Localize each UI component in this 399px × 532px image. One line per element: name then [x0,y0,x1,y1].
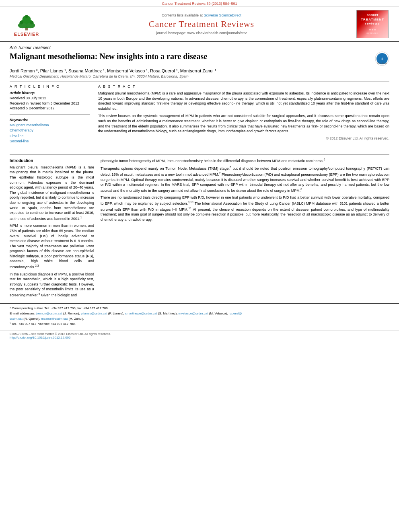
section-divider-1 [10,82,389,82]
body-left-column: Introduction Malignant pleural mesotheli… [10,158,94,300]
main-body: Introduction Malignant pleural mesotheli… [0,158,399,300]
journal-thumbnail-area: cancer TREATMENT reviews ■ ■ ■ ELSEVIER [356,10,393,38]
sup-5: 5 [324,158,325,161]
intro-left-p2: MPM is more common in men than in women,… [10,223,94,269]
info-col-divider [10,114,90,115]
article-category: Anti-Tumour Treatment [10,45,389,50]
intro-left-p1: Malignant pleural mesothelioma (MPM) is … [10,165,94,222]
elsevier-logo-area: ELSEVIER [6,12,47,37]
svg-point-6 [30,21,34,25]
sup-6: 6 [230,166,231,168]
sup-1: 1 [80,216,82,219]
article-affiliation: Medical Oncology Department, Hospital de… [10,74,389,78]
keyword-link-3[interactable]: First-line [10,134,24,138]
footnotes-area: * Corresponding author. Tel.: +34 937 41… [0,303,399,329]
intro-left-p3: In the suspicious diagnosis of MPM, a po… [10,272,94,298]
email-smartinepe[interactable]: smartinepe@csdm.cat [125,312,157,315]
elsevier-tree-icon [12,12,41,32]
crossmark-icon: + CrossMark [375,51,389,66]
sup-4: 4 [39,292,40,295]
email-footnote-2: csdm.cat (R. Querol), mzanui@csdm.cat (M… [10,316,389,321]
article-title: Malignant mesothelioma: New insights int… [10,51,371,61]
abstract-paragraph-1: Malignant pleural mesothelioma (MPM) is … [98,91,389,111]
section-divider-2 [10,154,389,154]
doi-line: http://dx.doi.org/10.1016/j.ctrv.2012.12… [10,336,389,339]
intro-right-p2: Therapeutic options depend mainly on Tum… [101,165,389,193]
sup-9-10: 9,10 [188,201,193,203]
sup-7: 7 [219,172,221,175]
intro-right-p1: phenotypic tumor heterogeneity of MPM, i… [101,158,389,164]
doi-link[interactable]: http://dx.doi.org/10.1016/j.ctrv.2012.12… [10,336,71,339]
sup-2-3: 2,3 [35,264,39,267]
sup-8: 8 [300,188,302,191]
keyword-2: Chemotherapy [10,128,90,134]
journal-header: ELSEVIER Contents lists available at Sci… [0,7,399,42]
article-info-column: A R T I C L E I N F O Article history: R… [10,84,90,144]
revised-date: Received in revised form 3 December 2012 [10,101,90,106]
keyword-3: First-line [10,134,90,139]
accepted-date: Accepted 5 December 2012 [10,106,90,111]
journal-cover-thumbnail: cancer TREATMENT reviews ■ ■ ■ ELSEVIER [356,10,389,38]
svg-text:CrossMark: CrossMark [377,62,387,64]
email-rquerol[interactable]: rquerol@ [229,312,242,315]
history-label: Article history: [10,91,90,95]
email-plianes[interactable]: plianes@csdm.cat [81,312,107,315]
abstract-title: A B S T R A C T [98,84,389,88]
article-title-area: Malignant mesothelioma: New insights int… [10,51,389,66]
sciverse-line: Contents lists available at SciVerse Sci… [47,13,356,17]
bottom-strip: 0305-7372/$ – see front matter © 2012 El… [0,330,399,341]
intro-right-p3: There are no randomized trials directly … [101,195,389,222]
received-date: Received 30 July 2012 [10,96,90,101]
email-csdm[interactable]: csdm.cat [10,317,23,320]
corresponding-author-footnote: * Corresponding author. Tel.: +34 937 41… [10,306,389,310]
article-authors: Jordi Remon *, Pilar Lianes ¹, Susana Ma… [10,68,389,73]
svg-text:+: + [380,56,383,62]
keyword-link-2[interactable]: Chemotherapy [10,128,33,132]
svg-point-5 [20,21,23,25]
keyword-link-1[interactable]: Malignant mesothelioma [10,123,49,127]
abstract-column: A B S T R A C T Malignant pleural mesoth… [98,84,389,144]
article-content: Anti-Tumour Treatment Malignant mesothel… [0,42,399,154]
article-history: Article history: Received 30 July 2012 R… [10,91,90,111]
article-info-abstract-area: A R T I C L E I N F O Article history: R… [10,84,389,144]
keyword-link-4[interactable]: Second-line [10,139,29,143]
keywords-label: Keywords: [10,118,90,122]
journal-title: Cancer Treatment Reviews [47,19,356,29]
email-jremon[interactable]: jremon@csdm.cat [36,312,62,315]
copyright-line: © 2012 Elsevier Ltd. All rights reserved… [98,136,389,140]
body-right-column: phenotypic tumor heterogeneity of MPM, i… [101,158,389,300]
sup-11: 11 [188,207,191,210]
journal-homepage: journal homepage: www.elsevierhealth.com… [47,31,356,35]
article-info-title: A R T I C L E I N F O [10,84,90,88]
svg-point-7 [25,15,28,18]
keywords-section: Keywords: Malignant mesothelioma Chemoth… [10,118,90,144]
email-footnote: E-mail addresses: jremon@csdm.cat (J. Re… [10,311,389,316]
sciverse-link[interactable]: SciVerse ScienceDirect [204,13,242,17]
journal-header-center: Contents lists available at SciVerse Sci… [47,13,356,35]
issn-line: 0305-7372/$ – see front matter © 2012 El… [10,332,389,336]
keyword-4: Second-line [10,139,90,144]
elsevier-wordmark: ELSEVIER [14,32,39,37]
email-mzanui[interactable]: mzanui@csdm.cat [41,317,68,320]
footnote-1: ¹ Tel.: +34 937 417 700; fax: +34 937 41… [10,322,389,326]
intro-heading: Introduction [10,158,94,163]
email-mvelasco[interactable]: mvelasco@csdm.cat [179,312,208,315]
abstract-paragraph-2: This review focuses on the systemic mana… [98,113,389,134]
journal-reference: Cancer Treatment Reviews 39 (2013) 584–5… [162,2,237,6]
keyword-1: Malignant mesothelioma [10,123,90,128]
top-bar: Cancer Treatment Reviews 39 (2013) 584–5… [0,0,399,7]
